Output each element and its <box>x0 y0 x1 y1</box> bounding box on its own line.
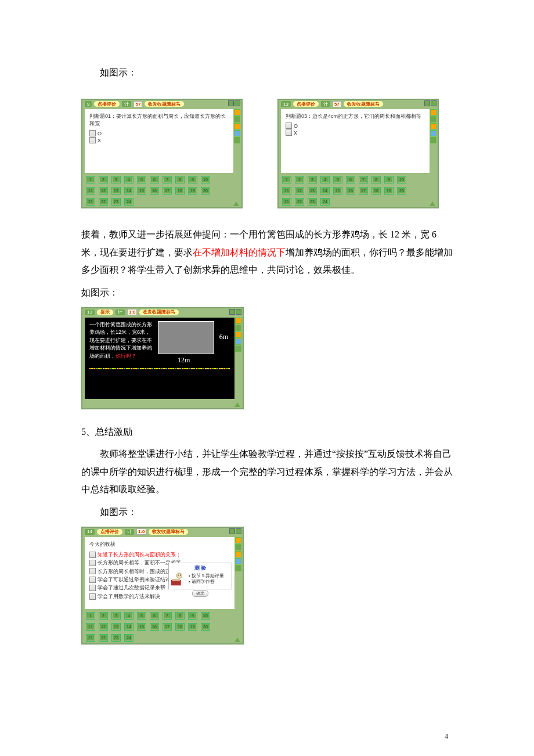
side-btn-2[interactable] <box>234 116 240 123</box>
answer-bar[interactable]: 收发收题障标马 <box>139 309 179 315</box>
q2-option-o[interactable]: O <box>286 123 425 129</box>
number-cell-12[interactable]: 12 <box>295 187 304 195</box>
answer-bar[interactable]: 收发收题障标马 <box>145 101 184 107</box>
number-cell-11[interactable]: 11 <box>86 187 95 195</box>
side-btn-4[interactable] <box>235 339 241 345</box>
up-arrow-icon[interactable] <box>233 201 239 206</box>
number-cell-18[interactable]: 18 <box>175 623 185 631</box>
number-cell-22[interactable]: 22 <box>99 634 108 642</box>
number-cell-12[interactable]: 12 <box>99 623 108 631</box>
number-cell-1[interactable]: 1 <box>86 612 95 620</box>
number-cell-13[interactable]: 13 <box>111 623 121 631</box>
side-btn-1[interactable] <box>430 109 436 116</box>
number-cell-15[interactable]: 15 <box>333 187 342 195</box>
number-cell-17[interactable]: 17 <box>163 623 172 631</box>
number-cell-9[interactable]: 9 <box>384 176 394 183</box>
number-cell-14[interactable]: 14 <box>124 623 134 631</box>
number-cell-10[interactable]: 10 <box>397 176 406 183</box>
number-cell-6[interactable]: 6 <box>150 612 159 620</box>
number-cell-14[interactable]: 14 <box>320 187 330 195</box>
number-cell-5[interactable]: 5 <box>333 176 342 183</box>
number-cell-5[interactable]: 5 <box>137 176 146 183</box>
number-cell-13[interactable]: 13 <box>111 187 121 195</box>
number-cell-22[interactable]: 22 <box>295 198 304 206</box>
answer-bar[interactable]: 收发收题障标马 <box>344 101 383 107</box>
up-arrow-icon[interactable] <box>430 201 435 206</box>
number-cell-4[interactable]: 4 <box>320 176 330 183</box>
number-cell-4[interactable]: 4 <box>124 176 134 183</box>
window-close-button[interactable] <box>236 309 241 315</box>
side-btn-3[interactable] <box>430 123 436 129</box>
window-close-button[interactable] <box>234 100 240 106</box>
number-cell-10[interactable]: 10 <box>201 176 210 183</box>
number-cell-15[interactable]: 15 <box>137 623 146 631</box>
number-cell-15[interactable]: 15 <box>137 187 146 195</box>
side-btn-2[interactable] <box>235 544 241 550</box>
side-btn-5[interactable] <box>235 565 241 571</box>
window-min-button[interactable] <box>424 100 430 106</box>
side-btn-5[interactable] <box>235 345 241 352</box>
number-cell-13[interactable]: 13 <box>308 187 317 195</box>
number-cell-11[interactable]: 11 <box>282 187 291 195</box>
up-arrow-icon[interactable] <box>234 402 240 407</box>
q1-option-x[interactable]: X <box>89 137 229 143</box>
number-cell-1[interactable]: 1 <box>86 176 95 183</box>
number-cell-3[interactable]: 3 <box>111 612 121 620</box>
side-btn-4[interactable] <box>430 130 436 136</box>
number-cell-16[interactable]: 16 <box>346 187 355 195</box>
side-btn-2[interactable] <box>235 325 241 331</box>
number-cell-3[interactable]: 3 <box>308 176 317 183</box>
number-cell-19[interactable]: 19 <box>188 187 197 195</box>
side-btn-2[interactable] <box>430 116 436 123</box>
number-cell-8[interactable]: 8 <box>175 176 185 183</box>
number-cell-20[interactable]: 20 <box>397 187 406 195</box>
number-cell-16[interactable]: 16 <box>150 623 159 631</box>
number-cell-7[interactable]: 7 <box>163 176 172 183</box>
window-close-button[interactable] <box>431 100 436 106</box>
number-cell-23[interactable]: 23 <box>111 198 121 206</box>
side-btn-1[interactable] <box>234 109 240 116</box>
side-btn-4[interactable] <box>234 130 240 136</box>
number-cell-22[interactable]: 22 <box>99 198 108 206</box>
number-cell-2[interactable]: 2 <box>99 612 108 620</box>
side-btn-3[interactable] <box>235 332 241 338</box>
number-cell-19[interactable]: 19 <box>188 623 197 631</box>
up-arrow-icon[interactable] <box>234 638 240 642</box>
number-cell-6[interactable]: 6 <box>150 176 159 183</box>
number-cell-5[interactable]: 5 <box>137 612 146 620</box>
number-cell-8[interactable]: 8 <box>371 176 381 183</box>
window-close-button[interactable] <box>236 528 241 534</box>
window-min-button[interactable] <box>228 100 234 106</box>
number-cell-20[interactable]: 20 <box>201 623 210 631</box>
side-btn-4[interactable] <box>235 558 241 564</box>
number-cell-2[interactable]: 2 <box>99 176 108 183</box>
number-cell-9[interactable]: 9 <box>188 176 197 183</box>
number-cell-24[interactable]: 24 <box>320 198 330 206</box>
number-cell-3[interactable]: 3 <box>111 176 121 183</box>
number-cell-12[interactable]: 12 <box>99 187 108 195</box>
window-min-button[interactable] <box>229 309 235 315</box>
side-btn-3[interactable] <box>234 123 240 129</box>
number-cell-1[interactable]: 1 <box>282 176 291 183</box>
side-btn-3[interactable] <box>235 551 241 557</box>
number-cell-7[interactable]: 7 <box>163 612 172 620</box>
number-cell-6[interactable]: 6 <box>346 176 355 183</box>
number-cell-20[interactable]: 20 <box>201 187 210 195</box>
review-button[interactable]: 点播评价 <box>97 529 122 535</box>
number-cell-14[interactable]: 14 <box>124 187 134 195</box>
number-cell-21[interactable]: 21 <box>86 634 95 642</box>
number-cell-24[interactable]: 24 <box>124 198 134 206</box>
side-btn-5[interactable] <box>234 137 240 143</box>
number-cell-23[interactable]: 23 <box>308 198 317 206</box>
number-cell-18[interactable]: 18 <box>371 187 381 195</box>
review-button[interactable]: 点播评价 <box>293 101 319 107</box>
number-cell-21[interactable]: 21 <box>282 198 291 206</box>
side-btn-5[interactable] <box>430 137 436 143</box>
window-min-button[interactable] <box>229 528 235 534</box>
side-btn-1[interactable] <box>235 537 241 543</box>
number-cell-10[interactable]: 10 <box>201 612 210 620</box>
number-cell-4[interactable]: 4 <box>124 612 134 620</box>
answer-bar[interactable]: 收发收题障标马 <box>149 529 188 535</box>
number-cell-8[interactable]: 8 <box>175 612 185 620</box>
number-cell-16[interactable]: 16 <box>150 187 159 195</box>
